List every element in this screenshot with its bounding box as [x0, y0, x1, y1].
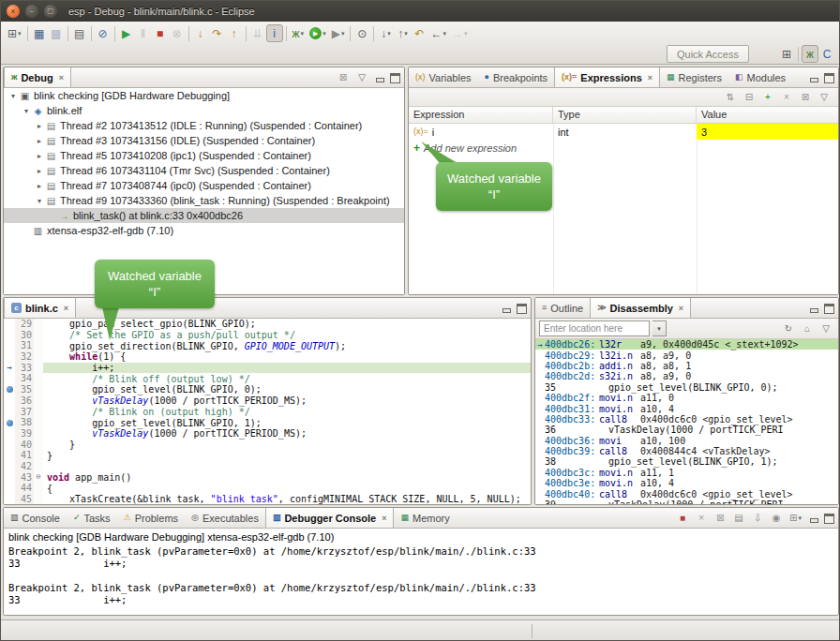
maximize-icon[interactable] — [824, 304, 834, 314]
annotation-gutter[interactable] — [4, 440, 15, 451]
disassembly-line[interactable]: 400dbc29:l32i.na8, a9, 0 — [535, 350, 838, 360]
view-tab-debugger-console[interactable]: ▥Debugger Console× — [265, 508, 395, 528]
console-output[interactable]: Breakpoint 2, blink_task (pvParameter=0x… — [4, 544, 838, 607]
home-icon[interactable]: ⌂ — [799, 320, 816, 337]
view-tab-registers[interactable]: ▦Registers — [660, 67, 728, 87]
code-line[interactable]: 31 gpio_set_direction(BLINK_GPIO, GPIO_M… — [4, 340, 531, 351]
annotation-gutter[interactable] — [4, 319, 15, 330]
debug-tree-item[interactable]: ▸▤Thread #2 1073413512 (IDLE : Running) … — [4, 118, 404, 133]
close-tab-icon[interactable]: × — [64, 304, 68, 313]
minimize-icon[interactable] — [502, 304, 512, 314]
save-icon[interactable]: ▦ — [31, 24, 48, 42]
expander-icon[interactable]: ▸ — [34, 152, 45, 160]
terminate-console-icon[interactable]: ■ — [674, 510, 691, 528]
code-line[interactable]: 29 gpio_pad_select_gpio(BLINK_GPIO); — [4, 319, 531, 330]
tab-debug[interactable]: ж Debug × — [4, 67, 71, 87]
expander-icon[interactable]: ▸ — [34, 122, 45, 130]
window-minimize-button[interactable]: – — [25, 5, 38, 18]
fold-collapse-icon[interactable]: ⊖ — [34, 472, 43, 484]
minimize-icon[interactable] — [809, 304, 819, 314]
external-tools-icon[interactable]: ▶▾ — [329, 24, 348, 42]
print-icon[interactable]: ▤ — [71, 24, 88, 42]
annotation-gutter[interactable] — [4, 407, 15, 418]
minimize-icon[interactable] — [809, 73, 819, 83]
window-maximize-button[interactable]: ▢ — [44, 5, 57, 18]
disassembly-line[interactable]: 39vTaskDelay(1000 / portTICK_PERI — [535, 499, 838, 504]
collapse-all-icon[interactable]: ⊟ — [741, 88, 758, 106]
view-menu-icon[interactable]: ▽ — [353, 69, 370, 87]
disassembly-line[interactable]: 38gpio_set_level(BLINK_GPIO, 1); — [535, 456, 838, 467]
maximize-icon[interactable] — [390, 73, 400, 83]
debug-tree-item[interactable]: ▸▤Thread #3 1073413156 (IDLE) (Suspended… — [4, 133, 404, 148]
expander-icon[interactable]: ▾ — [21, 107, 32, 115]
step-return-icon[interactable]: ↑ — [226, 24, 243, 42]
code-line[interactable]: 38 gpio_set_level(BLINK_GPIO, 1); — [4, 417, 531, 428]
code-line[interactable]: 44{ — [4, 483, 531, 494]
drop-to-frame-icon[interactable]: ⇊ — [249, 24, 266, 42]
disassembly-line[interactable]: 400dbc36:movia10, 100 — [535, 436, 838, 446]
location-input[interactable]: Enter location here — [539, 320, 650, 336]
expander-icon[interactable]: ▸ — [34, 182, 45, 190]
expander-icon[interactable]: ▾ — [34, 197, 45, 205]
view-tab-modules[interactable]: ◧Modules — [728, 67, 792, 87]
disassembly-listing[interactable]: →400dbc26:l32ra9, 0x400d045c <_stext+109… — [535, 339, 838, 504]
view-tab-console[interactable]: ▥Console — [4, 508, 67, 528]
remove-all-launches-icon[interactable]: ⊠ — [712, 510, 728, 528]
annotation-gutter[interactable] — [4, 461, 15, 472]
disassembly-line[interactable]: 400dbc33:call80x400dc6c0 <gpio_set_level… — [535, 414, 838, 425]
annotation-gutter[interactable] — [4, 450, 15, 461]
step-over-icon[interactable]: ↷ — [209, 24, 226, 42]
annotation-gutter[interactable] — [4, 330, 15, 341]
disassembly-line[interactable]: 400dbc3e:movi.na10, 4 — [535, 478, 838, 488]
remove-expression-icon[interactable]: × — [778, 88, 795, 106]
show-type-names-icon[interactable]: ⇅ — [722, 88, 739, 106]
code-line[interactable]: 37 /* Blink on (output high) */ — [4, 407, 531, 418]
debug-perspective-button[interactable]: ж — [802, 45, 818, 63]
view-tab-breakpoints[interactable]: ●Breakpoints — [478, 67, 555, 87]
window-close-button[interactable]: × — [7, 5, 20, 18]
disassembly-line[interactable]: →400dbc26:l32ra9, 0x400d045c <_stext+109… — [535, 339, 838, 350]
annotation-gutter[interactable] — [4, 472, 15, 484]
add-expression-row[interactable]: +Add new expression — [409, 140, 838, 156]
last-edit-location-icon[interactable]: ↶ — [411, 24, 428, 42]
annotation-gutter[interactable] — [4, 351, 15, 363]
debug-tree-item[interactable]: ▥xtensa-esp32-elf-gdb (7.10) — [4, 223, 404, 238]
clear-console-icon[interactable]: ▤ — [730, 510, 747, 528]
disassembly-line[interactable]: 400dbc3c:movi.na11, 1 — [535, 468, 838, 478]
refresh-icon[interactable]: ↻ — [780, 320, 797, 337]
debug-tool-icon[interactable]: ж▾ — [290, 24, 308, 42]
disassembly-line[interactable]: 35gpio_set_level(BLINK_GPIO, 0); — [535, 382, 838, 393]
next-annotation-icon[interactable]: ↓▾ — [377, 24, 394, 42]
expander-icon[interactable]: ▾ — [8, 92, 19, 100]
annotation-gutter[interactable] — [4, 373, 15, 384]
instruction-stepping-icon[interactable]: i — [266, 24, 283, 42]
maximize-icon[interactable] — [517, 304, 527, 314]
search-icon[interactable]: ⊙ — [353, 24, 370, 42]
view-tab-expressions[interactable]: (x)=Expressions× — [554, 67, 660, 87]
annotation-gutter[interactable] — [4, 483, 15, 494]
code-line[interactable]: 40 } — [4, 440, 531, 451]
debug-tree-item[interactable]: ▸▤Thread #7 1073408744 (ipc0) (Suspended… — [4, 178, 404, 193]
column-type[interactable]: Type — [553, 107, 697, 123]
annotation-gutter[interactable] — [4, 340, 15, 351]
remove-all-expressions-icon[interactable]: ⊠ — [797, 88, 814, 106]
maximize-icon[interactable] — [824, 514, 834, 524]
debug-tree-item[interactable]: ▾▣blink checking [GDB Hardware Debugging… — [4, 88, 404, 103]
quick-access-button[interactable]: Quick Access — [667, 45, 749, 63]
view-tab-outline[interactable]: ≡Outline — [535, 298, 590, 318]
view-menu-icon[interactable]: ▽ — [816, 88, 832, 106]
disassembly-line[interactable]: 400dbc2f:movi.na11, 0 — [535, 393, 838, 403]
location-dropdown-icon[interactable]: ▾ — [652, 320, 667, 336]
view-tab-executables[interactable]: ◎Executables — [185, 508, 265, 528]
view-tab-problems[interactable]: ⚠Problems — [117, 508, 186, 528]
close-tab-icon[interactable]: × — [679, 304, 683, 313]
skip-all-breakpoints-icon[interactable]: ⊘ — [95, 24, 112, 42]
debug-tree-item[interactable]: ▸▤Thread #5 1073410208 (ipc1) (Suspended… — [4, 148, 404, 163]
code-line[interactable]: 42 — [4, 461, 531, 472]
annotation-gutter[interactable] — [4, 384, 15, 395]
code-line[interactable]: 34 /* Blink off (output low) */ — [4, 373, 531, 384]
code-line[interactable]: 45 xTaskCreate(&blink_task, "blink_task"… — [4, 494, 531, 504]
view-tab-memory[interactable]: ▦Memory — [394, 508, 456, 528]
view-menu-icon[interactable]: ▽ — [818, 320, 834, 337]
disassembly-line[interactable]: 400dbc40:call80x400dc6c0 <gpio_set_level… — [535, 488, 838, 499]
